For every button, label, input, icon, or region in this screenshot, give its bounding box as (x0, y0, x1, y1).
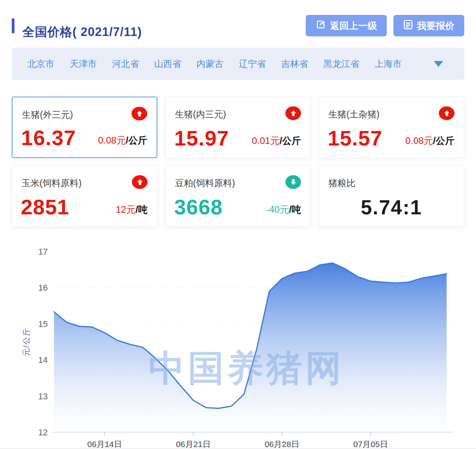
change-amount: 0.01元 (252, 135, 280, 146)
region-tab[interactable]: 北京市 (27, 58, 54, 70)
region-tab[interactable]: 辽宁省 (239, 58, 266, 70)
price-card[interactable]: 豆粕(饲料原料) 3668 -40元/吨 (165, 165, 311, 227)
quote-button[interactable]: 我要报价 (393, 15, 464, 36)
price-area (54, 263, 447, 432)
change-unit: /公斤 (279, 135, 301, 146)
card-label: 猪粮比 (328, 177, 355, 189)
card-value: 16.37 (21, 127, 76, 148)
region-tab[interactable]: 山西省 (154, 58, 181, 70)
national-price-page: 全国价格( 2021/7/11) 返回上一级 我要报 (0, 0, 476, 449)
change-unit: /吨 (135, 204, 148, 215)
card-change: 0.08元/公斤 (406, 136, 454, 145)
price-card[interactable]: 生猪(外三元) 16.37 0.08元/公斤 (12, 97, 157, 158)
card-label: 生猪(外三元) (22, 109, 73, 121)
document-icon (403, 19, 413, 32)
price-trend-chart: 121314151617元/公斤中国养猪网06月14日06月21日06月28日0… (12, 246, 464, 449)
x-tick-label: 06月21日 (176, 440, 211, 449)
trend-arrow-icon (132, 175, 148, 189)
y-tick-label: 14 (38, 355, 48, 365)
card-change: -40元/吨 (266, 205, 301, 214)
page-title: 全国价格( 2021/7/11) (22, 24, 142, 40)
back-button-label: 返回上一级 (330, 20, 377, 32)
price-card[interactable]: 玉米(饲料原料) 2851 12元/吨 (12, 165, 157, 227)
y-tick-label: 17 (38, 247, 48, 257)
title-accent-bar (12, 18, 14, 33)
price-chart-svg: 121314151617元/公斤中国养猪网06月14日06月21日06月28日0… (12, 246, 464, 449)
price-card[interactable]: 生猪(内三元) 15.97 0.01元/公斤 (165, 97, 311, 158)
y-tick-label: 15 (38, 319, 48, 329)
watermark-text: 中国养猪网 (149, 348, 344, 388)
region-tab[interactable]: 上海市 (375, 58, 402, 70)
header-buttons: 返回上一级 我要报价 (306, 15, 464, 36)
y-tick-label: 16 (38, 283, 48, 293)
price-card-grid: 生猪(外三元) 16.37 0.08元/公斤 生猪(内三元) 15.97 0.0… (12, 97, 464, 227)
trend-arrow-icon (439, 106, 454, 120)
price-card[interactable]: 生猪(土杂猪) 15.57 0.08元/公斤 (319, 97, 464, 158)
region-tab[interactable]: 黑龙江省 (323, 58, 359, 70)
card-value: 15.97 (174, 128, 229, 149)
card-label: 玉米(饲料原料) (22, 177, 81, 189)
card-change: 12元/吨 (116, 205, 148, 214)
x-tick-label: 06月28日 (265, 440, 299, 449)
price-card[interactable]: 猪粮比 5.74:1 (319, 165, 464, 227)
card-value: 15.57 (328, 128, 382, 149)
trend-arrow-icon (285, 175, 301, 189)
quote-button-label: 我要报价 (417, 20, 454, 32)
card-label: 生猪(内三元) (175, 108, 226, 120)
x-tick-label: 06月14日 (87, 440, 122, 449)
x-tick-label: 07月05日 (353, 440, 388, 449)
card-change: 0.08元/公斤 (98, 136, 147, 145)
change-unit: /吨 (289, 204, 301, 215)
change-unit: /公斤 (126, 135, 147, 145)
card-value: 2851 (21, 196, 69, 217)
card-label: 生猪(土杂猪) (328, 108, 379, 120)
change-unit: /公斤 (433, 135, 454, 146)
change-amount: 12元 (116, 204, 136, 215)
card-value: 5.74:1 (319, 198, 464, 217)
y-axis-title: 元/公斤 (22, 327, 31, 356)
region-tab-bar: 北京市 天津市 河北省 山西省 内蒙古 辽宁省 吉林省 黑龙江省 上海市 (12, 48, 464, 80)
share-icon (316, 19, 326, 32)
card-label: 豆粕(饲料原料) (175, 177, 235, 189)
chevron-down-icon[interactable] (434, 61, 443, 67)
region-tab[interactable]: 内蒙古 (197, 58, 224, 70)
change-amount: 0.08元 (98, 135, 126, 145)
change-amount: 0.08元 (406, 135, 433, 146)
trend-arrow-icon (285, 106, 301, 120)
region-tab[interactable]: 吉林省 (281, 58, 308, 70)
region-tab[interactable]: 河北省 (112, 58, 139, 70)
y-tick-label: 13 (38, 392, 48, 401)
trend-arrow-icon (132, 107, 147, 120)
card-value: 3668 (174, 196, 223, 217)
card-change: 0.01元/公斤 (252, 136, 301, 145)
region-tab[interactable]: 天津市 (70, 58, 97, 70)
change-amount: -40元 (266, 204, 289, 215)
back-to-previous-button[interactable]: 返回上一级 (306, 15, 387, 36)
y-tick-label: 12 (38, 427, 48, 437)
page-header: 全国价格( 2021/7/11) 返回上一级 我要报 (12, 14, 464, 38)
